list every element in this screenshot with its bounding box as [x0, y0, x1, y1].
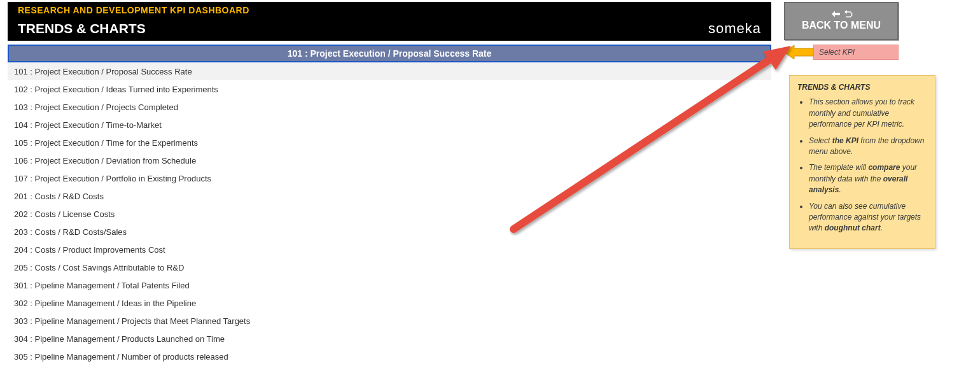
select-kpi-label: Select KPI: [813, 45, 899, 60]
section-title: TRENDS & CHARTS: [18, 21, 146, 36]
info-item: Select the KPI from the dropdown menu ab…: [809, 136, 927, 158]
kpi-option[interactable]: 203 : Costs / R&D Costs/Sales: [8, 223, 771, 241]
kpi-dropdown-list: 101 : Project Execution / Proposal Succe…: [8, 62, 771, 365]
back-button-label: BACK TO MENU: [802, 19, 881, 31]
kpi-option[interactable]: 101 : Project Execution / Proposal Succe…: [8, 62, 771, 80]
svg-marker-0: [784, 45, 813, 59]
brand-logo: someka: [708, 20, 761, 37]
info-title: TRENDS & CHARTS: [797, 82, 927, 93]
dashboard-title: RESEARCH AND DEVELOPMENT KPI DASHBOARD: [8, 2, 771, 18]
kpi-option[interactable]: 305 : Pipeline Management / Number of pr…: [8, 348, 771, 365]
dashboard-panel: RESEARCH AND DEVELOPMENT KPI DASHBOARD T…: [8, 2, 771, 365]
kpi-dropdown-selected[interactable]: 101 : Project Execution / Proposal Succe…: [8, 45, 771, 62]
kpi-selected-label: 101 : Project Execution / Proposal Succe…: [288, 48, 492, 59]
info-box: TRENDS & CHARTS This section allows you …: [789, 75, 935, 249]
kpi-option[interactable]: 106 : Project Execution / Deviation from…: [8, 151, 771, 169]
kpi-option[interactable]: 204 : Costs / Product Improvements Cost: [8, 241, 771, 258]
kpi-option[interactable]: 202 : Costs / License Costs: [8, 205, 771, 223]
kpi-option[interactable]: 107 : Project Execution / Portfolio in E…: [8, 169, 771, 187]
kpi-option[interactable]: 304 : Pipeline Management / Products Lau…: [8, 330, 771, 348]
kpi-option[interactable]: 205 : Costs / Cost Savings Attributable …: [8, 258, 771, 276]
select-kpi-callout: Select KPI: [784, 45, 899, 60]
kpi-option[interactable]: 104 : Project Execution / Time-to-Market: [8, 116, 771, 134]
arrow-left-icon: [784, 45, 813, 59]
back-to-menu-button[interactable]: ⮌ BACK TO MENU: [784, 2, 899, 40]
return-icon: ⮌: [830, 10, 853, 19]
kpi-option[interactable]: 105 : Project Execution / Time for the E…: [8, 134, 771, 151]
kpi-option[interactable]: 102 : Project Execution / Ideas Turned i…: [8, 80, 771, 98]
section-header: TRENDS & CHARTS someka: [8, 18, 771, 41]
kpi-option[interactable]: 303 : Pipeline Management / Projects tha…: [8, 312, 771, 330]
info-item: You can also see cumulative performance …: [809, 201, 927, 234]
kpi-option[interactable]: 301 : Pipeline Management / Total Patent…: [8, 276, 771, 294]
kpi-option[interactable]: 201 : Costs / R&D Costs: [8, 187, 771, 205]
info-item: This section allows you to track monthly…: [809, 97, 927, 130]
info-list: This section allows you to track monthly…: [797, 97, 927, 234]
kpi-option[interactable]: 302 : Pipeline Management / Ideas in the…: [8, 294, 771, 312]
info-item: The template will compare your monthly d…: [809, 162, 927, 195]
kpi-option[interactable]: 103 : Project Execution / Projects Compl…: [8, 98, 771, 116]
